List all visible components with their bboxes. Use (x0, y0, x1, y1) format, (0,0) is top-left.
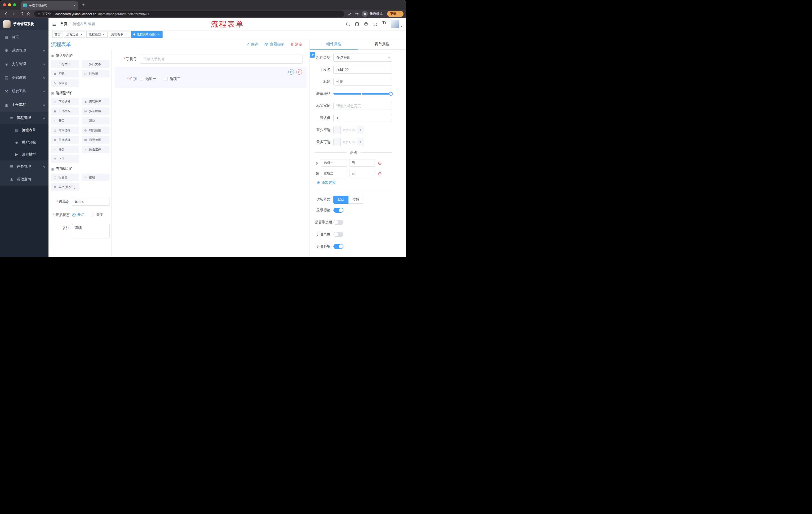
sidebar-item-devtools[interactable]: ⚒ 研发工具 ∨ (0, 84, 49, 98)
increase-button[interactable]: + (357, 126, 364, 134)
save-button[interactable]: ✓ 保存 (246, 42, 259, 47)
back-icon[interactable] (2, 10, 9, 17)
style-button-button[interactable]: 按钮 (348, 196, 363, 204)
browser-tab[interactable]: 芋道管理系统 × (21, 1, 78, 9)
tag-close-icon[interactable]: × (80, 33, 83, 36)
sidebar-item-user-groups[interactable]: ☻ 用户分组 (0, 136, 49, 148)
tag-process-form-edit[interactable]: 流程表单-编辑 × (131, 31, 163, 38)
border-switch[interactable] (334, 220, 343, 225)
option-label-input[interactable] (321, 170, 347, 177)
remove-option-icon[interactable]: ⊖ (378, 161, 382, 165)
site-security[interactable]: ⚠ 不安全 (38, 12, 51, 16)
remark-textarea[interactable]: 嘿嘿 (72, 224, 110, 238)
title-input[interactable] (334, 78, 392, 86)
tag-close-icon[interactable]: × (157, 33, 160, 36)
update-browser-button[interactable]: 更新 ⋮ (387, 11, 404, 17)
add-option-button[interactable]: ⊕ 添加选项 (317, 180, 336, 185)
comp-time-range[interactable]: ◴时间范围 (82, 127, 110, 134)
sidebar-logo[interactable]: 芋道管理系统 (0, 18, 49, 30)
sidebar-item-home[interactable]: ▦ 首页 (0, 30, 49, 44)
increase-button[interactable]: + (357, 138, 364, 146)
comp-color-picker[interactable]: ◑颜色选择 (82, 145, 110, 153)
close-window-button[interactable] (3, 3, 6, 6)
style-default-button[interactable]: 默认 (334, 196, 348, 204)
comp-date-range[interactable]: ▦日期范围 (82, 136, 110, 143)
clear-button[interactable]: 清空 (290, 42, 302, 47)
grid-slider[interactable] (334, 90, 392, 98)
comp-button[interactable]: ☞按钮 (82, 173, 110, 181)
tab-component-props[interactable]: 组件属性 (310, 39, 358, 49)
form-name-input[interactable] (72, 198, 110, 206)
sidebar-item-system[interactable]: ⚙ 系统管理 ∨ (0, 44, 49, 57)
bookmark-star-icon[interactable] (353, 12, 360, 16)
decrease-button[interactable]: − (334, 126, 341, 134)
sidebar-item-leave-query[interactable]: ♟ 请假查询 (0, 173, 49, 186)
search-icon[interactable] (344, 20, 352, 28)
field-name-input[interactable] (334, 65, 392, 74)
sidebar-item-workflow[interactable]: ▣ 工作流程 ∧ (0, 98, 49, 112)
sidebar-item-infrastructure[interactable]: ▤ 基础设施 ∨ (0, 71, 49, 84)
password-key-icon[interactable] (346, 12, 353, 16)
option-label-input[interactable] (321, 159, 347, 167)
comp-select[interactable]: ◎下拉选择 (51, 98, 79, 105)
sidebar-item-payment[interactable]: ¥ 支付管理 ∨ (0, 57, 49, 71)
sidebar-item-process-form[interactable]: ▤ 流程表单 (0, 124, 49, 136)
home-icon[interactable] (25, 10, 32, 17)
forward-icon[interactable] (10, 10, 17, 17)
github-icon[interactable] (353, 20, 361, 28)
comp-editor[interactable]: ✎编辑器 (51, 79, 79, 87)
tag-home[interactable]: 首页 (52, 31, 63, 38)
breadcrumb-home[interactable]: 首页 (60, 22, 67, 26)
comp-multi-line-text[interactable]: ☰多行文本 (82, 60, 110, 68)
disabled-switch[interactable] (334, 232, 343, 237)
tag-process-form[interactable]: 流程表单 × (109, 31, 130, 38)
slider-thumb[interactable] (389, 92, 393, 96)
fullscreen-icon[interactable] (371, 20, 379, 28)
required-switch[interactable] (334, 244, 343, 249)
comp-upload[interactable]: ⇧上传 (51, 155, 79, 163)
drag-handle-icon[interactable] (315, 161, 319, 165)
radio-closed[interactable]: 关闭 (91, 213, 103, 217)
delete-field-button[interactable] (296, 69, 302, 75)
comp-table[interactable]: ▦表格[开发中] (51, 183, 79, 191)
remove-option-icon[interactable]: ⊖ (378, 171, 382, 176)
sidebar-item-task-management[interactable]: ☰ 任务管理 ∨ (0, 160, 49, 173)
comp-checkbox-group[interactable]: ☑多选框组 (82, 107, 110, 115)
checkbox-option-2[interactable]: 选项二 (164, 77, 180, 81)
comp-rate[interactable]: ☆评分 (51, 145, 79, 153)
radio-open[interactable]: 开启 (72, 213, 84, 217)
comp-counter[interactable]: 123计数器 (82, 70, 110, 77)
component-type-select[interactable]: 多选框组 ∨ (334, 54, 392, 62)
show-label-switch[interactable] (334, 208, 343, 213)
checkbox-option-1[interactable]: 选项一 (140, 77, 156, 81)
field-gender-selected[interactable]: 性别 选项一 选项二 (115, 66, 307, 88)
copy-field-button[interactable] (288, 69, 294, 75)
sidebar-item-process-management[interactable]: ≣ 流程管理 ∧ (0, 112, 49, 124)
comp-date-picker[interactable]: ▦日期选择 (51, 136, 79, 143)
comp-row-container[interactable]: ▢行容器 (51, 173, 79, 181)
min-select-value[interactable]: 至少应选 (341, 126, 357, 134)
label-width-input[interactable] (334, 102, 392, 110)
hamburger-icon[interactable] (49, 18, 60, 30)
address-bar[interactable]: ⚠ 不安全 | dashboard.yudao.iocoder.cn /bpm/… (34, 10, 344, 17)
decrease-button[interactable]: − (334, 138, 341, 146)
view-json-button[interactable]: 查看json (264, 42, 284, 47)
tag-process-model[interactable]: 流程模型 × (86, 31, 108, 38)
user-menu[interactable]: ∨ (391, 20, 403, 28)
font-size-icon[interactable]: TT (380, 20, 388, 28)
maximize-window-button[interactable] (13, 3, 16, 6)
max-select-value[interactable]: 最多可选 (341, 138, 357, 146)
comp-password[interactable]: ▣密码 (51, 70, 79, 77)
help-icon[interactable] (362, 20, 370, 28)
link-handle[interactable] (310, 52, 315, 58)
comp-single-line-text[interactable]: ▭单行文本 (51, 60, 79, 68)
reload-icon[interactable] (18, 10, 25, 17)
new-tab-button[interactable]: + (78, 2, 88, 7)
comp-cascader[interactable]: ≣级联选择 (82, 98, 110, 105)
sidebar-item-process-model[interactable]: ▶ 流程模型 (0, 148, 49, 160)
minimize-window-button[interactable] (8, 3, 11, 6)
comp-switch[interactable]: ◐开关 (51, 117, 79, 125)
phone-input[interactable] (140, 55, 302, 64)
tag-close-icon[interactable]: × (102, 33, 105, 36)
drag-handle-icon[interactable] (315, 172, 319, 175)
